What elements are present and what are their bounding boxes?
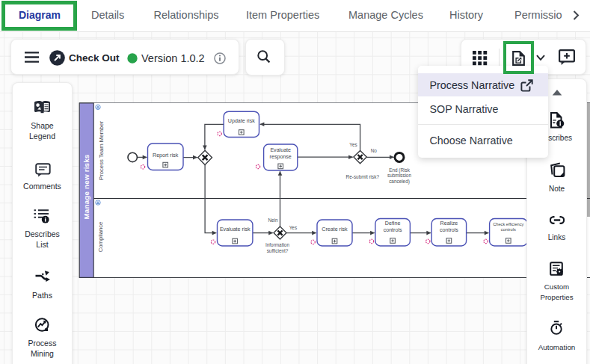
- svg-text:Informationsufficient?: Informationsufficient?: [265, 242, 289, 253]
- svg-text:Evaluateresponse: Evaluateresponse: [270, 147, 292, 160]
- svg-text:Create risk: Create risk: [322, 226, 348, 232]
- svg-text:Update risk: Update risk: [228, 118, 255, 124]
- svg-text:Report risk: Report risk: [153, 152, 179, 158]
- svg-text:Yes: Yes: [289, 225, 297, 230]
- svg-text:Evaluate risk: Evaluate risk: [220, 226, 251, 232]
- svg-text:Re-submit risk?: Re-submit risk?: [346, 174, 380, 179]
- svg-text:Realizecontrols: Realizecontrols: [440, 220, 458, 233]
- svg-text:End (Risksubmissioncanceled): End (Risksubmissioncanceled): [387, 167, 411, 185]
- svg-text:Process Team Member: Process Team Member: [98, 121, 105, 180]
- svg-text:Yes: Yes: [349, 142, 357, 147]
- svg-text:Manage new risks: Manage new risks: [82, 154, 90, 219]
- svg-text:Definecontrols: Definecontrols: [384, 220, 402, 233]
- svg-text:Nein: Nein: [268, 218, 278, 223]
- svg-text:Compliance: Compliance: [97, 222, 104, 253]
- svg-text:No: No: [371, 148, 378, 153]
